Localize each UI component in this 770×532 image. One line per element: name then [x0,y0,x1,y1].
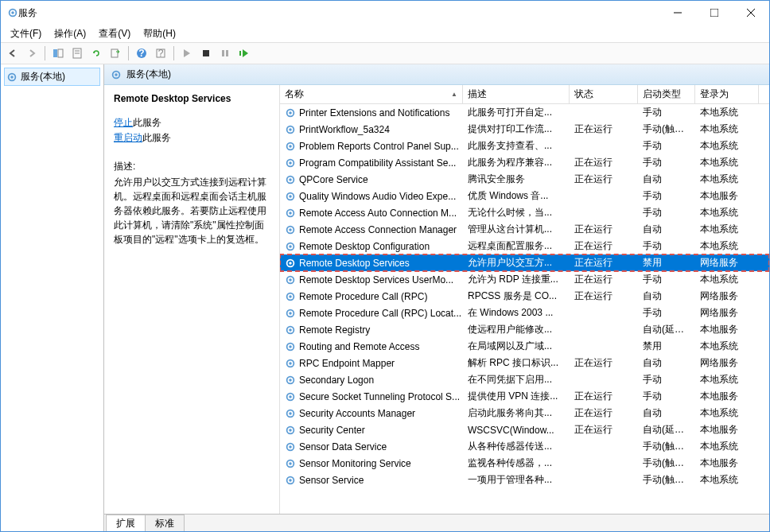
service-icon [285,274,296,285]
close-button[interactable] [733,1,769,25]
service-row[interactable]: Sensor Data Service从各种传感器传送...手动(触发...本地… [280,438,769,455]
service-row[interactable]: Remote Procedure Call (RPC)RPCSS 服务是 CO.… [280,288,769,305]
service-row[interactable]: Security Accounts Manager启动此服务将向其...正在运行… [280,405,769,421]
service-row[interactable]: Remote Registry使远程用户能修改...自动(延迟...本地服务 [280,321,769,338]
service-row[interactable]: Routing and Remote Access在局域网以及广域...禁用本地… [280,338,769,355]
tab-extended[interactable]: 扩展 [106,515,146,532]
service-icon [285,141,296,152]
service-row[interactable]: Secure Socket Tunneling Protocol S...提供使… [280,388,769,405]
pause-button[interactable] [216,45,234,62]
service-row[interactable]: Remote Access Connection Manager管理从这台计算机… [280,221,769,238]
service-row[interactable]: PrintWorkflow_5a324提供对打印工作流...正在运行手动(触发.… [280,121,769,138]
list-body[interactable]: Printer Extensions and Notifications此服务可… [280,104,769,514]
main-header: 服务(本地) [104,64,769,85]
menu-action[interactable]: 操作(A) [48,25,92,42]
restart-link[interactable]: 重启动 [114,132,142,143]
service-start: 手动(触发... [638,473,695,487]
service-logon: 网络服务 [695,306,759,320]
service-row[interactable]: Remote Procedure Call (RPC) Locat...在 Wi… [280,305,769,321]
service-desc: 远程桌面配置服务... [463,239,570,253]
back-button[interactable] [4,45,21,62]
service-start: 自动 [638,356,695,370]
svg-point-67 [289,462,292,465]
service-row[interactable]: Program Compatibility Assistant Se...此服务… [280,154,769,171]
service-start: 自动 [638,173,695,186]
col-status[interactable]: 状态 [570,85,638,103]
svg-rect-19 [239,51,241,56]
service-name: Remote Access Connection Manager [299,224,457,235]
service-row[interactable]: Sensor Monitoring Service监视各种传感器，...手动(触… [280,455,769,472]
service-row[interactable]: Remote Desktop Configuration远程桌面配置服务...正… [280,238,769,254]
svg-point-37 [289,212,292,215]
service-logon: 本地服务 [695,390,759,403]
desc-text: 允许用户以交互方式连接到远程计算机。远程桌面和远程桌面会话主机服务器依赖此服务。… [114,175,270,247]
service-row[interactable]: Secondary Logon在不同凭据下启用...手动本地系统 [280,371,769,388]
tab-standard[interactable]: 标准 [145,515,185,532]
service-icon [285,324,296,336]
help2-button[interactable]: ? [152,45,169,62]
start-button[interactable] [178,45,196,62]
service-start: 手动 [638,239,695,253]
svg-point-45 [289,278,292,282]
help-button[interactable]: ? [133,45,150,62]
service-status: 正在运行 [570,256,638,270]
service-desc: 提供对打印工作流... [463,122,570,136]
service-name: Secondary Logon [299,375,374,386]
service-name: Program Compatibility Assistant Se... [299,157,456,169]
properties-button[interactable] [68,45,86,62]
svg-point-21 [10,76,14,79]
service-status: 正在运行 [570,173,638,186]
list-header: 名称▲ 描述 状态 启动类型 登录为 [280,85,769,104]
service-logon: 本地系统 [695,340,759,353]
service-row[interactable]: Remote Access Auto Connection M...无论什么时候… [280,204,769,221]
service-logon: 网络服务 [695,289,759,303]
service-icon [285,408,296,419]
menu-help[interactable]: 帮助(H) [137,25,182,42]
forward-button[interactable] [23,45,41,62]
service-row[interactable]: RPC Endpoint Mapper解析 RPC 接口标识...正在运行自动网… [280,355,769,371]
show-hide-button[interactable] [49,45,67,62]
menu-file[interactable]: 文件(F) [4,25,48,42]
sort-asc-icon: ▲ [451,91,457,98]
tree-root[interactable]: 服务(本地) [4,68,100,86]
svg-point-51 [289,328,292,332]
stop-link[interactable]: 停止 [114,117,133,128]
minimize-button[interactable] [659,1,696,25]
selected-service-name: Remote Desktop Services [114,93,270,104]
col-desc[interactable]: 描述 [463,85,570,103]
service-start: 手动 [638,189,695,203]
service-desc: 此服务为程序兼容... [463,156,570,169]
svg-point-35 [289,195,292,198]
svg-rect-11 [111,49,118,57]
export-button[interactable] [107,45,124,62]
service-row[interactable]: Printer Extensions and Notifications此服务可… [280,104,769,121]
service-desc: 腾讯安全服务 [463,173,570,186]
service-icon [285,258,296,269]
svg-point-61 [289,412,292,415]
service-row[interactable]: Remote Desktop Services UserMo...允许为 RDP… [280,271,769,288]
svg-text:?: ? [158,48,164,59]
col-start[interactable]: 启动类型 [638,85,695,103]
service-status: 正在运行 [570,223,638,236]
service-name: Security Accounts Manager [299,408,415,419]
restart-button[interactable] [235,45,253,62]
service-desc: 管理从这台计算机... [463,223,570,236]
col-name[interactable]: 名称▲ [280,85,463,103]
service-name: PrintWorkflow_5a324 [299,124,390,135]
maximize-button[interactable] [696,1,733,25]
service-desc: 使远程用户能修改... [463,323,570,336]
desc-label: 描述: [114,160,270,173]
service-row[interactable]: QPCore Service腾讯安全服务正在运行自动本地系统 [280,171,769,188]
service-desc: 在 Windows 2003 ... [463,306,570,320]
service-row[interactable]: Problem Reports Control Panel Sup...此服务支… [280,138,769,154]
col-logon[interactable]: 登录为 [695,85,759,103]
service-row[interactable]: Security CenterWSCSVC(Window...正在运行自动(延迟… [280,421,769,438]
service-row[interactable]: Remote Desktop Services允许用户以交互方...正在运行禁用… [280,254,769,271]
service-desc: 允许用户以交互方... [463,256,570,270]
service-row[interactable]: Sensor Service一项用于管理各种...手动(触发...本地系统 [280,472,769,488]
refresh-button[interactable] [88,45,105,62]
service-row[interactable]: Quality Windows Audio Video Expe...优质 Wi… [280,188,769,204]
menu-view[interactable]: 查看(V) [92,25,137,42]
stop-button[interactable] [197,45,215,62]
service-icon [285,124,296,135]
